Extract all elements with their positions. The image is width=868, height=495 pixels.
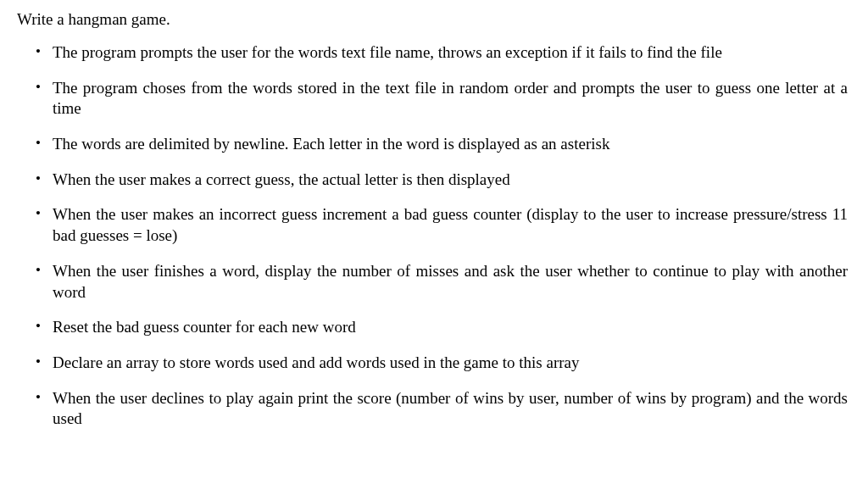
document-title: Write a hangman game. bbox=[17, 10, 851, 29]
list-item: When the user declines to play again pri… bbox=[53, 388, 851, 430]
list-item: When the user makes an incorrect guess i… bbox=[53, 204, 851, 246]
list-item: Reset the bad guess counter for each new… bbox=[53, 317, 851, 338]
list-item: The program choses from the words stored… bbox=[53, 78, 851, 120]
list-item: The program prompts the user for the wor… bbox=[53, 42, 851, 64]
list-item: When the user finishes a word, display t… bbox=[53, 261, 851, 303]
list-item: The words are delimited by newline. Each… bbox=[53, 134, 851, 155]
bullet-list: The program prompts the user for the wor… bbox=[17, 42, 851, 430]
list-item: When the user makes a correct guess, the… bbox=[53, 170, 851, 191]
list-item: Declare an array to store words used and… bbox=[53, 353, 851, 374]
